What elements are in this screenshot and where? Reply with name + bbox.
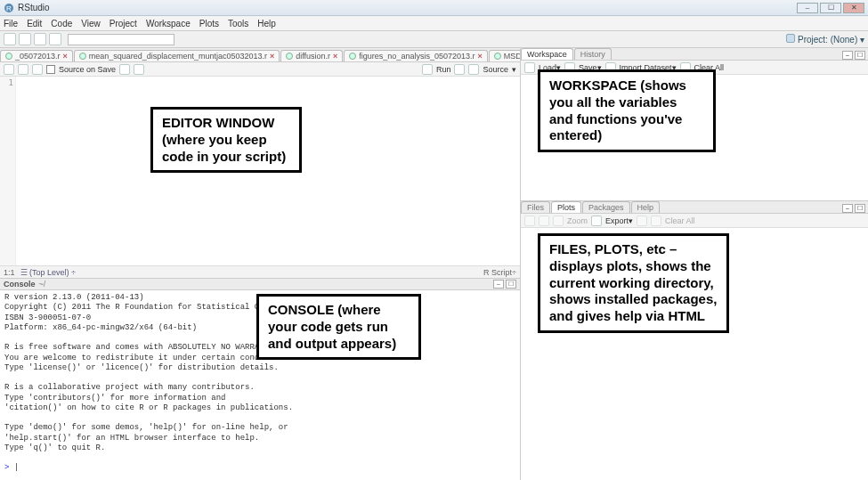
- maximize-button[interactable]: ☐: [820, 3, 841, 13]
- editor-tab[interactable]: diffusion.r×: [280, 50, 343, 61]
- plots-toolbar: Zoom Export▾ Clear All: [521, 214, 868, 228]
- save-file-icon[interactable]: [32, 64, 43, 75]
- clear-plots-icon[interactable]: [651, 216, 661, 226]
- editor-tab[interactable]: _05072013.r×: [0, 50, 73, 61]
- file-type-label: R Script: [483, 268, 512, 277]
- menu-file[interactable]: File: [4, 19, 18, 28]
- project-menu[interactable]: Project: (None) ▾: [786, 34, 864, 45]
- main-toolbar: Project: (None) ▾: [0, 31, 868, 48]
- editor-toolbar: Source on Save Run Source ▾: [0, 62, 520, 77]
- app-icon: R: [4, 3, 14, 13]
- tab-plots[interactable]: Plots: [551, 201, 581, 213]
- r-file-icon: [286, 53, 293, 60]
- menu-help[interactable]: Help: [257, 19, 276, 28]
- window-title: RStudio: [18, 3, 50, 12]
- minimize-button[interactable]: –: [797, 3, 818, 13]
- editor-statusbar: 1:1 ☰ (Top Level) ÷ R Script ÷: [0, 265, 520, 278]
- pane-minimize-icon[interactable]: –: [842, 204, 853, 213]
- r-file-icon: [5, 53, 12, 60]
- pane-minimize-icon[interactable]: –: [493, 280, 504, 289]
- close-tab-icon[interactable]: ×: [333, 52, 337, 61]
- menu-edit[interactable]: Edit: [27, 19, 42, 28]
- tab-workspace[interactable]: Workspace: [521, 48, 573, 60]
- find-icon[interactable]: [119, 64, 130, 75]
- console-prompt: >: [4, 463, 14, 472]
- tab-history[interactable]: History: [574, 48, 612, 60]
- workspace-tabs: Workspace History –☐: [521, 48, 868, 61]
- close-tab-icon[interactable]: ×: [63, 52, 68, 61]
- editor-tabs: _05072013.r× mean_squared_displacement_m…: [0, 48, 520, 62]
- close-tab-icon[interactable]: ×: [477, 52, 482, 61]
- zoom-button[interactable]: Zoom: [567, 216, 588, 225]
- cursor-pos: 1:1: [4, 268, 15, 277]
- export-icon[interactable]: [591, 216, 602, 226]
- pane-maximize-icon[interactable]: ☐: [855, 204, 865, 213]
- menu-code[interactable]: Code: [51, 19, 72, 28]
- source-button[interactable]: Source: [483, 65, 508, 74]
- menu-plots[interactable]: Plots: [199, 19, 219, 28]
- window-titlebar: R RStudio – ☐ ✕: [0, 0, 868, 16]
- remove-plot-icon[interactable]: [637, 216, 647, 226]
- menu-project[interactable]: Project: [110, 19, 137, 28]
- annotation-files: FILES, PLOTS, etc – displays plots, show…: [538, 233, 729, 333]
- source-icon[interactable]: [468, 64, 479, 75]
- clear-plots-button[interactable]: Clear All: [665, 216, 695, 225]
- source-on-save-label: Source on Save: [59, 65, 116, 74]
- load-icon[interactable]: [524, 62, 535, 73]
- export-button[interactable]: Export▾: [605, 216, 633, 225]
- menu-workspace[interactable]: Workspace: [146, 19, 191, 28]
- r-file-icon: [494, 53, 501, 60]
- print-icon[interactable]: [49, 33, 61, 45]
- plot-prev-icon[interactable]: [524, 216, 535, 226]
- new-file-icon[interactable]: [4, 33, 16, 45]
- r-file-icon: [349, 53, 356, 60]
- tab-packages[interactable]: Packages: [582, 201, 630, 213]
- console-output: R version 2.13.0 (2011-04-13) Copyright …: [4, 293, 297, 452]
- back-icon[interactable]: [4, 64, 14, 75]
- pane-minimize-icon[interactable]: –: [842, 51, 853, 60]
- forward-icon[interactable]: [18, 64, 28, 75]
- plot-next-icon[interactable]: [539, 216, 549, 226]
- run-button[interactable]: Run: [436, 65, 451, 74]
- tab-help[interactable]: Help: [631, 201, 661, 213]
- menu-view[interactable]: View: [81, 19, 101, 28]
- tools-icon[interactable]: [134, 64, 144, 75]
- console-path: ~/: [39, 280, 46, 289]
- console-cursor: |: [14, 463, 19, 472]
- tab-files[interactable]: Files: [521, 201, 550, 213]
- close-button[interactable]: ✕: [843, 3, 864, 13]
- annotation-console: CONSOLE (where your code gets run and ou…: [256, 294, 421, 360]
- editor-gutter: 1: [0, 77, 16, 265]
- run-icon[interactable]: [422, 64, 433, 75]
- annotation-editor: EDITOR WINDOW (where you keep code in yo…: [150, 107, 302, 173]
- console-title: Console: [4, 280, 36, 289]
- goto-file-input[interactable]: [68, 34, 174, 45]
- source-on-save-checkbox[interactable]: [46, 65, 55, 74]
- menu-tools[interactable]: Tools: [228, 19, 248, 28]
- r-file-icon: [79, 53, 86, 60]
- files-tabs: Files Plots Packages Help –☐: [521, 201, 868, 214]
- editor-tab[interactable]: mean_squared_displacement_muntjac0503201…: [74, 50, 280, 61]
- annotation-workspace: WORKSPACE (shows you all the variables a…: [538, 69, 716, 152]
- scope-label[interactable]: ☰ (Top Level) ÷: [20, 268, 77, 277]
- save-icon[interactable]: [34, 33, 46, 45]
- console-header: Console ~/ –☐: [0, 278, 520, 290]
- rerun-icon[interactable]: [454, 64, 465, 75]
- open-file-icon[interactable]: [19, 33, 31, 45]
- close-tab-icon[interactable]: ×: [270, 52, 274, 61]
- editor-tab[interactable]: MSD_04292013.R×: [489, 50, 520, 61]
- zoom-icon[interactable]: [553, 216, 564, 226]
- pane-maximize-icon[interactable]: ☐: [855, 51, 865, 60]
- main-menubar: File Edit Code View Project Workspace Pl…: [0, 16, 868, 31]
- editor-tab[interactable]: figures_no_analysis_05072013.r×: [344, 50, 487, 61]
- pane-maximize-icon[interactable]: ☐: [506, 280, 516, 289]
- svg-text:R: R: [6, 4, 12, 12]
